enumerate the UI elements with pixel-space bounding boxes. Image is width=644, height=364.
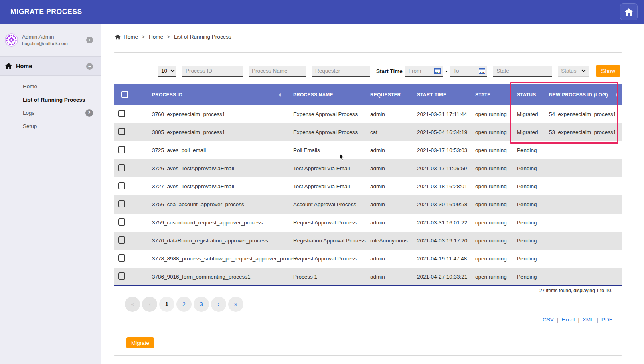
select-all-checkbox[interactable] <box>121 91 128 98</box>
start-time-label: Start Time <box>376 68 403 74</box>
cell-start-time: 2021-03-17 10:53:03 <box>413 141 471 159</box>
export-separator: | <box>578 317 579 323</box>
export-xml-link[interactable]: XML <box>583 317 594 323</box>
row-checkbox[interactable] <box>118 254 125 262</box>
row-checkbox[interactable] <box>118 272 125 280</box>
page-prev-button[interactable]: ‹ <box>142 297 157 312</box>
cell-process-name: Registration Approval Process <box>289 232 366 250</box>
start-time-from-field <box>405 66 443 77</box>
cell-start-time: 2021-03-31 16:01:22 <box>413 214 471 232</box>
cell-new-process-id <box>545 195 622 214</box>
table-row: 3726_aves_TestApprovalViaEmail Test Appr… <box>114 159 622 177</box>
page-first-button[interactable]: « <box>125 297 140 312</box>
page-1-button[interactable]: 1 <box>159 297 174 312</box>
status-select[interactable]: Status <box>558 66 589 77</box>
row-checkbox[interactable] <box>118 146 125 153</box>
profile-expand-button[interactable]: + <box>86 37 93 43</box>
sidebar-item-home[interactable]: Home <box>0 80 101 93</box>
cell-requester: admin <box>366 268 413 286</box>
cell-state: open.running <box>471 232 513 250</box>
sidebar-section-home[interactable]: Home − <box>0 57 101 76</box>
avatar <box>5 33 18 47</box>
section-collapse-button[interactable]: − <box>86 63 93 70</box>
requester-input[interactable] <box>312 66 370 77</box>
row-checkbox[interactable] <box>118 164 125 171</box>
cell-process-name: Poll Emails <box>289 141 366 159</box>
page-2-button[interactable]: 2 <box>176 297 192 312</box>
cell-state: open.running <box>471 214 513 232</box>
state-input[interactable] <box>493 66 552 77</box>
page-next-button[interactable]: › <box>211 297 226 312</box>
cell-start-time: 2021-04-19 11:47:48 <box>413 250 471 268</box>
row-checkbox[interactable] <box>118 182 125 189</box>
breadcrumb-home[interactable]: Home <box>115 34 138 40</box>
cell-new-process-id <box>545 232 622 250</box>
process-id-input[interactable] <box>182 66 243 77</box>
cell-status: Pending <box>513 250 545 268</box>
page-size-select[interactable]: 10 <box>158 66 176 77</box>
to-calendar-icon[interactable] <box>479 68 485 74</box>
items-summary: 27 items found, displaying 1 to 10. <box>539 288 612 293</box>
cell-process-id: 3725_aves_poll_email <box>148 141 289 159</box>
user-email: hugolim@outlook.com <box>22 41 68 46</box>
column-header-start-time: START TIME <box>413 84 471 105</box>
table-row: 3778_8988_process_subflow_pe_request_app… <box>114 250 622 268</box>
cell-new-process-id: 54_expenseclaim_process1 <box>545 105 622 123</box>
cell-status: Migrated <box>513 105 545 123</box>
cell-process-name: Expense Approval Process <box>289 123 366 141</box>
cell-status: Pending <box>513 141 545 159</box>
column-header-requester: REQUESTER <box>366 84 413 105</box>
row-checkbox[interactable] <box>118 200 125 207</box>
cell-start-time: 2021-04-27 10:33:21 <box>413 268 471 286</box>
show-button[interactable]: Show <box>596 65 620 77</box>
cell-process-id: 3726_aves_TestApprovalViaEmail <box>148 159 289 177</box>
cell-state: open.running <box>471 141 513 159</box>
cell-status: Pending <box>513 214 545 232</box>
cell-new-process-id <box>545 250 622 268</box>
cell-process-id: 3770_dataRoom_registration_approver_proc… <box>148 232 289 250</box>
export-pdf-link[interactable]: PDF <box>601 317 612 323</box>
cell-new-process-id <box>545 268 622 286</box>
sidebar-item-setup[interactable]: Setup <box>0 120 101 133</box>
app-title: MIGRATE PROCESS <box>10 8 82 16</box>
sidebar-nav: Home List of Running Process Logs 2 Setu… <box>0 76 101 133</box>
table-body: 3760_expenseclaim_process1 Expense Appro… <box>114 105 622 286</box>
breadcrumb: Home > Home > List of Running Process <box>115 34 231 40</box>
cell-process-id: 3727_aves_TestApprovalViaEmail <box>148 177 289 195</box>
page-last-button[interactable]: » <box>228 297 243 312</box>
column-header-process-id[interactable]: PROCESS ID ▲▼ <box>148 84 289 105</box>
row-checkbox[interactable] <box>118 218 125 226</box>
process-name-input[interactable] <box>249 66 306 77</box>
row-checkbox[interactable] <box>118 128 125 135</box>
breadcrumb-current: List of Running Process <box>174 34 231 40</box>
from-calendar-icon[interactable] <box>434 68 441 74</box>
table-row: 3770_dataRoom_registration_approver_proc… <box>114 232 622 250</box>
breadcrumb-home-2[interactable]: Home <box>149 34 163 40</box>
sidebar-item-logs[interactable]: Logs 2 <box>0 106 101 120</box>
cell-start-time: 2021-03-31 17:11:44 <box>413 105 471 123</box>
cell-new-process-id <box>545 141 622 159</box>
migrate-button[interactable]: Migrate <box>126 337 154 348</box>
cell-requester: admin <box>366 195 413 214</box>
row-checkbox[interactable] <box>118 110 125 117</box>
cell-status: Pending <box>513 268 545 286</box>
cell-process-name: Process 1 <box>289 268 366 286</box>
sidebar-item-list-of-running-process[interactable]: List of Running Process <box>0 93 101 106</box>
cell-process-id: 3778_8988_process_subflow_pe_request_app… <box>148 250 289 268</box>
export-csv-link[interactable]: CSV <box>543 317 554 323</box>
home-icon <box>5 63 12 69</box>
table-header-row: PROCESS ID ▲▼ PROCESS NAME REQUESTER STA… <box>114 84 622 105</box>
page-3-button[interactable]: 3 <box>194 297 209 312</box>
to-date-input[interactable] <box>450 68 479 74</box>
export-excel-link[interactable]: Excel <box>561 317 575 323</box>
cell-start-time: 2021-05-04 16:34:19 <box>413 123 471 141</box>
export-links: CSV | Excel | XML | PDF <box>543 317 612 323</box>
from-date-input[interactable] <box>405 68 434 74</box>
cell-requester: admin <box>366 105 413 123</box>
cell-status: Migrated <box>513 123 545 141</box>
cell-process-id: 3756_coa_account_approver_process <box>148 195 289 214</box>
cell-requester: admin <box>366 159 413 177</box>
row-checkbox[interactable] <box>118 236 125 244</box>
column-header-new-process-id[interactable]: NEW PROCESS ID (LOG) ▲▼ <box>545 84 622 105</box>
topbar-home-button[interactable] <box>620 3 638 20</box>
